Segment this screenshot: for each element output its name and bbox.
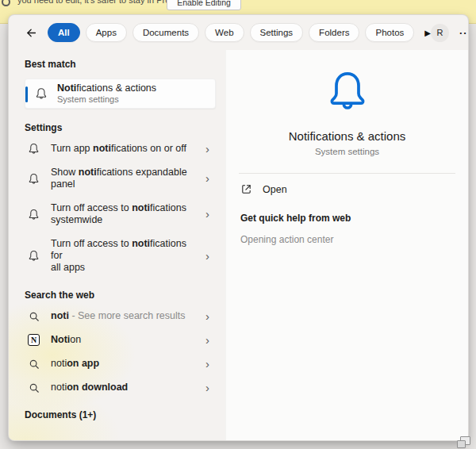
back-button[interactable] <box>25 24 38 41</box>
chevron-right-icon: › <box>205 359 209 369</box>
result-text: Turn off access to notifications for all… <box>51 238 198 274</box>
filter-tab-photos[interactable]: Photos <box>365 23 414 42</box>
filter-tab-settings[interactable]: Settings <box>250 23 304 42</box>
bell-icon <box>27 173 40 185</box>
chevron-right-icon: › <box>205 144 209 154</box>
chevron-right-icon: › <box>205 312 209 321</box>
topbar-right-group: R ··· <box>431 24 469 42</box>
search-icon <box>27 382 40 393</box>
result-text: Notion <box>51 334 198 346</box>
results-list: Best match Notifications & actions Syste… <box>9 50 225 441</box>
web-result-row-notion-app[interactable]: notion app › <box>25 352 216 375</box>
result-text: notion app <box>51 358 198 370</box>
bell-icon <box>27 250 40 262</box>
preview-subtitle: System settings <box>226 147 468 156</box>
search-icon <box>27 311 40 322</box>
best-match-text: Notifications & actions System settings <box>57 83 156 105</box>
settings-result-row[interactable]: Show notifications expandable panel › <box>25 161 216 196</box>
web-result-row-notion-download[interactable]: notion download › <box>25 376 216 399</box>
chevron-right-icon: › <box>205 336 209 345</box>
screen: you need to edit, it's safer to stay in … <box>0 0 476 449</box>
bell-icon <box>34 87 48 100</box>
web-result-row-see-more[interactable]: noti - See more search results › <box>25 305 216 328</box>
bell-icon-large <box>325 69 370 113</box>
section-header-search-web: Search the web <box>25 290 216 301</box>
selection-indicator <box>25 86 28 102</box>
filter-tab-all[interactable]: All <box>48 23 80 42</box>
result-text: Turn app notifications on or off <box>51 143 198 155</box>
chevron-right-icon: › <box>205 383 209 393</box>
filter-tab-documents[interactable]: Documents <box>132 23 199 42</box>
result-text: notion download <box>51 382 198 393</box>
preview-pane: Notifications & actions System settings … <box>225 50 468 441</box>
chevron-right-icon: › <box>205 209 209 219</box>
settings-result-row[interactable]: Turn off access to notifications for all… <box>25 232 216 279</box>
result-text: noti - See more search results <box>51 310 198 322</box>
section-header-documents: Documents (1+) <box>25 409 216 420</box>
open-action[interactable]: Open <box>226 174 468 205</box>
quick-help-link[interactable]: Opening action center <box>226 227 468 252</box>
more-options-icon[interactable]: ··· <box>459 27 469 39</box>
quick-help-header: Get quick help from web <box>226 205 468 227</box>
filter-bar: All Apps Documents Web Settings Folders … <box>9 15 468 50</box>
filter-pills: All Apps Documents Web Settings Folders … <box>48 23 414 42</box>
result-text: Show notifications expandable panel <box>51 167 198 190</box>
arrow-left-icon <box>25 26 38 40</box>
section-header-best-match: Best match <box>25 59 216 70</box>
web-result-row-notion[interactable]: N Notion › <box>25 328 216 351</box>
best-match-subtitle: System settings <box>57 94 156 105</box>
best-match-item[interactable]: Notifications & actions System settings <box>25 79 216 109</box>
chevron-right-icon: › <box>205 174 209 183</box>
enable-editing-button[interactable]: Enable Editing <box>167 0 241 10</box>
filter-tab-folders[interactable]: Folders <box>309 23 359 42</box>
settings-result-row[interactable]: Turn off access to notifications systemw… <box>25 197 216 232</box>
preview-hero: Notifications & actions System settings <box>226 50 468 156</box>
bell-icon <box>27 209 40 221</box>
search-body: Best match Notifications & actions Syste… <box>9 50 468 441</box>
search-icon <box>27 359 40 370</box>
chevron-right-icon: › <box>205 251 209 261</box>
filter-tab-web[interactable]: Web <box>205 23 244 42</box>
info-icon <box>2 0 10 6</box>
expand-filters-icon[interactable]: ▶ <box>424 29 431 37</box>
bell-icon <box>27 143 40 155</box>
notion-icon: N <box>27 334 40 346</box>
open-label: Open <box>263 184 287 195</box>
search-flyout: All Apps Documents Web Settings Folders … <box>8 14 469 441</box>
background-window-icon <box>460 436 470 445</box>
result-text: Turn off access to notifications systemw… <box>51 202 198 226</box>
account-avatar[interactable]: R <box>431 24 449 42</box>
preview-title: Notifications & actions <box>226 129 468 143</box>
settings-result-row[interactable]: Turn app notifications on or off › <box>25 137 216 160</box>
open-external-icon <box>240 183 252 195</box>
section-header-settings: Settings <box>25 122 216 133</box>
filter-tab-apps[interactable]: Apps <box>86 23 127 42</box>
